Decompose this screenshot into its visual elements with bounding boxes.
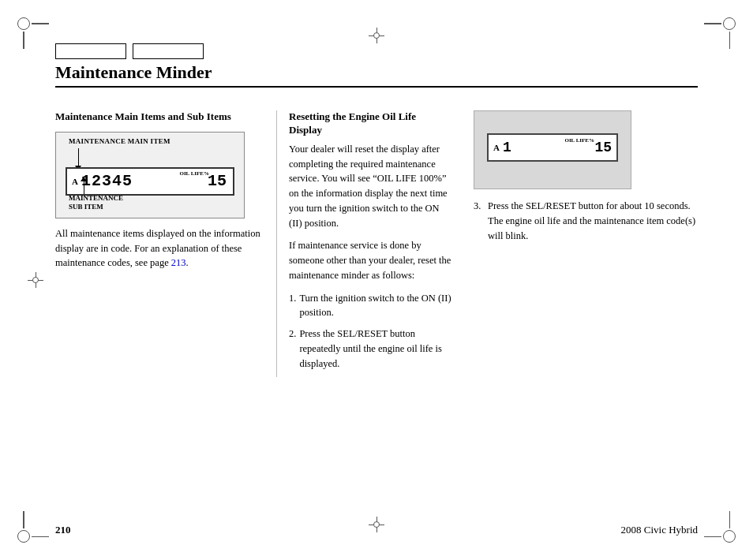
- page-link[interactable]: 213: [171, 257, 186, 268]
- corner-mark-bl: [17, 521, 39, 543]
- diag-display-numbers: 12345: [81, 172, 133, 190]
- header-box-1: [55, 43, 126, 59]
- header-box-2: [133, 43, 204, 59]
- step1-text: Turn the ignition switch to the ON (II) …: [299, 291, 454, 321]
- step2-text: Press the SEL/RESET button repeatedly un…: [299, 327, 454, 371]
- left-section-title: Maintenance Main Items and Sub Items: [55, 110, 260, 124]
- step-2: 2. Press the SEL/RESET button repeatedly…: [289, 327, 454, 371]
- header-boxes: [55, 43, 698, 59]
- oil-display-1: 1: [503, 140, 511, 155]
- diag-display-a: A: [72, 177, 78, 186]
- oil-inner-display: A 1 OIL LIFE% 15: [487, 133, 618, 162]
- diag-arrow-bottom: [84, 177, 84, 194]
- columns: Maintenance Main Items and Sub Items MAI…: [55, 110, 698, 377]
- left-body-text-end: .: [186, 257, 189, 268]
- mid-para2: If maintenance service is done by someon…: [289, 238, 454, 282]
- corner-mark-br: [714, 521, 736, 543]
- diag-bottom-label: MAINTENANCE SUB ITEM: [69, 194, 123, 211]
- diag-top-label: MAINTENANCE MAIN ITEM: [69, 137, 170, 145]
- diag-display-15: 15: [208, 172, 227, 190]
- mid-column: Resetting the Engine Oil Life Display Yo…: [276, 110, 466, 377]
- left-body-text: All maintenance items displayed on the i…: [55, 226, 260, 271]
- right-column: A 1 OIL LIFE% 15 3. Press the SEL/RESET …: [466, 110, 698, 377]
- corner-mark-tr: [714, 17, 736, 39]
- oil-display-15: 15: [594, 140, 612, 155]
- left-column: Maintenance Main Items and Sub Items MAI…: [55, 110, 276, 377]
- step3-text: Press the SEL/RESET button for about 10 …: [488, 200, 695, 241]
- page-number: 210: [55, 524, 71, 536]
- step2-num: 2.: [289, 327, 296, 371]
- mid-section-title: Resetting the Engine Oil Life Display: [289, 110, 454, 137]
- left-body-text-main: All maintenance items displayed on the i…: [55, 228, 260, 269]
- maintenance-diagram: MAINTENANCE MAIN ITEM A 12345 OIL LIFE% …: [55, 132, 245, 218]
- step-1: 1. Turn the ignition switch to the ON (I…: [289, 291, 454, 321]
- diag-display: A 12345 OIL LIFE% 15: [66, 167, 234, 196]
- header-rule: [55, 86, 698, 88]
- step-3: 3. Press the SEL/RESET button for about …: [474, 199, 698, 243]
- corner-mark-tl: [17, 17, 39, 39]
- footer-title: 2008 Civic Hybrid: [621, 524, 699, 536]
- oil-display-a: A: [493, 143, 500, 152]
- crosshair-left: [28, 272, 43, 288]
- steps-list: 1. Turn the ignition switch to the ON (I…: [289, 291, 454, 371]
- oil-label-small: OIL LIFE%: [564, 137, 594, 144]
- footer: 210 2008 Civic Hybrid: [55, 524, 698, 536]
- page-title: Maintenance Minder: [55, 62, 698, 83]
- mid-para1: Your dealer will reset the display after…: [289, 142, 454, 231]
- oil-display-box: A 1 OIL LIFE% 15: [474, 110, 631, 189]
- crosshair-top: [369, 28, 384, 43]
- step3-num: 3.: [474, 199, 481, 214]
- step1-num: 1.: [289, 291, 296, 321]
- content-area: Maintenance Main Items and Sub Items MAI…: [55, 110, 698, 497]
- diag-oil-label: OIL LIFE%: [179, 170, 209, 177]
- header-area: Maintenance Minder: [55, 43, 698, 88]
